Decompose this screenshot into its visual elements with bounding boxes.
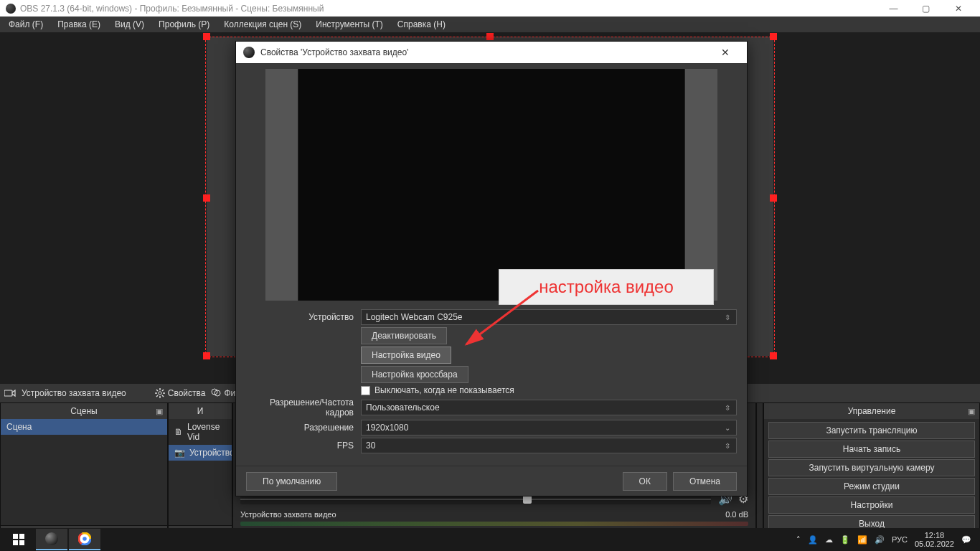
resolution-select[interactable]: 1920x1080 ⌄ bbox=[361, 420, 737, 435]
chrome-icon bbox=[78, 532, 91, 545]
svg-line-8 bbox=[162, 390, 164, 391]
resize-handle-tl[interactable] bbox=[203, 33, 210, 40]
svg-line-6 bbox=[156, 390, 158, 391]
properties-button[interactable]: Свойства bbox=[155, 388, 206, 398]
fps-label: FPS bbox=[246, 441, 361, 451]
filters-button[interactable]: Фи bbox=[211, 388, 235, 398]
dock-popout-icon[interactable]: ▣ bbox=[968, 407, 975, 416]
cancel-button[interactable]: Отмена bbox=[673, 472, 737, 491]
tray-chevron-icon[interactable]: ˄ bbox=[796, 535, 801, 545]
menubar: Файл (F) Правка (E) Вид (V) Профиль (P) … bbox=[0, 17, 980, 32]
resize-handle-mr[interactable] bbox=[770, 194, 777, 202]
chevron-updown-icon: ⇳ bbox=[722, 440, 733, 451]
svg-line-12 bbox=[466, 291, 538, 344]
tray-people-icon[interactable]: 👤 bbox=[808, 535, 818, 545]
annotation-arrow bbox=[459, 287, 545, 352]
video-config-button[interactable]: Настройка видео bbox=[361, 347, 451, 364]
source-item[interactable]: 📷 Устройство bbox=[169, 445, 232, 461]
tray-clock[interactable]: 12:18 05.02.2022 bbox=[915, 531, 954, 548]
tray-onedrive-icon[interactable]: ☁ bbox=[825, 535, 833, 545]
windows-taskbar: ˄ 👤 ☁ 🔋 📶 🔊 РУС 12:18 05.02.2022 💬 bbox=[0, 528, 980, 551]
deactivate-button[interactable]: Деактивировать bbox=[361, 327, 447, 344]
window-titlebar: OBS 27.1.3 (64-bit, windows) - Профиль: … bbox=[0, 0, 980, 17]
window-minimize-button[interactable]: — bbox=[877, 4, 910, 14]
tray-language[interactable]: РУС bbox=[892, 535, 908, 544]
resize-handle-ml[interactable] bbox=[203, 194, 210, 202]
resize-handle-tr[interactable] bbox=[770, 33, 777, 40]
svg-line-7 bbox=[162, 395, 164, 397]
settings-button[interactable]: Настройки bbox=[768, 496, 975, 514]
start-recording-button[interactable]: Начать запись bbox=[768, 441, 975, 458]
scenes-dock-header[interactable]: Сцены ▣ bbox=[1, 403, 167, 419]
document-icon: 🗎 bbox=[174, 427, 183, 437]
taskbar-chrome-button[interactable] bbox=[69, 529, 100, 550]
dialog-titlebar[interactable]: Свойства 'Устройство захвата видео' ✕ bbox=[236, 42, 747, 63]
start-streaming-button[interactable]: Запустить трансляцию bbox=[768, 422, 975, 439]
res-fps-label: Разрешение/Частота кадров bbox=[246, 397, 361, 418]
ok-button[interactable]: ОК bbox=[623, 472, 667, 491]
svg-line-9 bbox=[156, 395, 158, 397]
sources-list[interactable]: 🗎 Lovense Vid 📷 Устройство bbox=[169, 419, 232, 525]
svg-rect-16 bbox=[19, 540, 24, 545]
res-type-select[interactable]: Пользовательское ⇳ bbox=[361, 400, 737, 415]
obs-app-icon bbox=[243, 47, 255, 58]
start-virtual-cam-button[interactable]: Запустить виртуальную камеру bbox=[768, 459, 975, 476]
camera-icon bbox=[4, 389, 16, 397]
start-button[interactable] bbox=[3, 529, 34, 550]
windows-icon bbox=[13, 534, 24, 545]
filters-icon bbox=[211, 388, 221, 398]
taskbar-obs-button[interactable] bbox=[36, 529, 67, 550]
svg-rect-14 bbox=[19, 534, 24, 539]
resize-handle-bl[interactable] bbox=[203, 352, 210, 359]
resolution-label: Разрешение bbox=[246, 423, 361, 433]
obs-app-icon bbox=[6, 4, 16, 14]
chevron-updown-icon: ⇳ bbox=[722, 402, 733, 413]
menu-help[interactable]: Справка (H) bbox=[390, 17, 453, 32]
gear-icon bbox=[155, 388, 165, 398]
obs-app-icon bbox=[45, 532, 58, 545]
dialog-close-button[interactable]: ✕ bbox=[711, 47, 740, 58]
scenes-list[interactable]: Сцена bbox=[1, 419, 167, 525]
chevron-down-icon: ⌄ bbox=[722, 422, 733, 433]
defaults-button[interactable]: По умолчанию bbox=[246, 472, 337, 491]
svg-point-1 bbox=[159, 392, 161, 395]
menu-view[interactable]: Вид (V) bbox=[108, 17, 151, 32]
studio-mode-button[interactable]: Режим студии bbox=[768, 478, 975, 495]
source-item[interactable]: 🗎 Lovense Vid bbox=[169, 419, 232, 445]
resize-handle-tc[interactable] bbox=[486, 33, 494, 40]
tray-notifications-icon[interactable]: 💬 bbox=[961, 535, 971, 545]
dock-popout-icon[interactable]: ▣ bbox=[156, 407, 163, 416]
deactivate-when-hidden-checkbox[interactable]: Выключать, когда не показывается bbox=[361, 385, 737, 395]
audio-meter bbox=[240, 522, 748, 526]
menu-profile[interactable]: Профиль (P) bbox=[151, 17, 217, 32]
scene-item[interactable]: Сцена bbox=[1, 419, 167, 435]
mixer-channel-name: Устройство захвата видео bbox=[240, 510, 336, 519]
checkbox-icon bbox=[361, 386, 370, 395]
menu-file[interactable]: Файл (F) bbox=[1, 17, 50, 32]
chevron-updown-icon: ⇳ bbox=[722, 311, 733, 323]
window-close-button[interactable]: ✕ bbox=[942, 4, 974, 14]
sources-dock-header[interactable]: И bbox=[169, 403, 232, 419]
tray-volume-icon[interactable]: 🔊 bbox=[875, 535, 885, 545]
dialog-title: Свойства 'Устройство захвата видео' bbox=[260, 47, 408, 57]
svg-rect-0 bbox=[4, 390, 12, 396]
controls-dock-header[interactable]: Управление ▣ bbox=[764, 403, 979, 419]
resize-handle-br[interactable] bbox=[770, 352, 777, 359]
svg-rect-15 bbox=[13, 540, 18, 545]
dialog-preview bbox=[265, 69, 717, 301]
device-select[interactable]: Logitech Webcam C925e ⇳ bbox=[361, 309, 737, 325]
selected-source-name: Устройство захвата видео bbox=[22, 388, 126, 398]
camera-icon: 📷 bbox=[174, 448, 185, 458]
crossbar-config-button[interactable]: Настройка кроссбара bbox=[361, 366, 468, 383]
tray-wifi-icon[interactable]: 📶 bbox=[857, 535, 867, 545]
window-title: OBS 27.1.3 (64-bit, windows) - Профиль: … bbox=[20, 4, 324, 14]
tray-battery-icon[interactable]: 🔋 bbox=[840, 535, 850, 545]
fps-select[interactable]: 30 ⇳ bbox=[361, 438, 737, 453]
menu-scene-collection[interactable]: Коллекция сцен (S) bbox=[217, 17, 308, 32]
menu-edit[interactable]: Правка (E) bbox=[50, 17, 108, 32]
mixer-db-value: 0.0 dB bbox=[725, 510, 748, 519]
svg-rect-13 bbox=[13, 534, 18, 539]
device-label: Устройство bbox=[246, 312, 361, 322]
menu-tools[interactable]: Инструменты (T) bbox=[308, 17, 390, 32]
window-maximize-button[interactable]: ▢ bbox=[910, 4, 942, 14]
